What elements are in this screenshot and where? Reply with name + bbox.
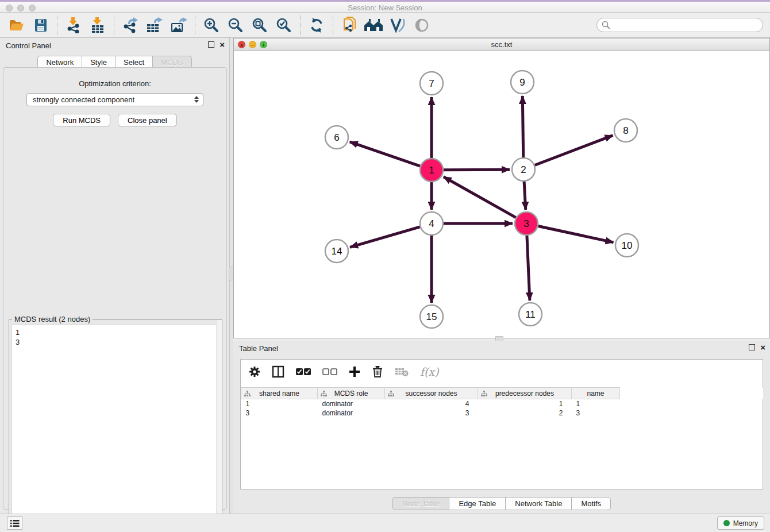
- network-canvas[interactable]: 1234678910111415: [234, 51, 769, 338]
- mcds-result-box: MCDS result (2 nodes) 1 3: [9, 319, 222, 532]
- list-icon: [10, 519, 20, 527]
- float-table-panel-icon[interactable]: [749, 344, 755, 350]
- status-bar: Memory: [0, 514, 770, 532]
- first-neighbors-icon[interactable]: [363, 15, 384, 36]
- edge-3-10[interactable]: [538, 226, 614, 242]
- delete-column-icon[interactable]: [372, 365, 383, 378]
- select-all-columns-icon[interactable]: [296, 368, 311, 376]
- table-cell[interactable]: dominator: [318, 408, 385, 418]
- float-panel-icon[interactable]: [208, 41, 214, 48]
- graph-node-1[interactable]: 1: [420, 159, 443, 182]
- graph-node-6[interactable]: 6: [325, 126, 348, 149]
- zoom-selected-icon[interactable]: [274, 15, 294, 36]
- column-header-MCDS-role[interactable]: MCDS role: [318, 388, 385, 399]
- memory-status-icon: [723, 520, 730, 526]
- close-panel-icon[interactable]: ×: [220, 41, 225, 48]
- create-column-icon[interactable]: [349, 366, 360, 377]
- export-table-icon[interactable]: [144, 15, 165, 36]
- toolbar-separator: [114, 16, 114, 35]
- run-mcds-button[interactable]: Run MCDS: [53, 114, 110, 126]
- zoom-in-icon[interactable]: [201, 15, 222, 36]
- graph-node-2[interactable]: 2: [512, 158, 535, 181]
- tab-edge-table[interactable]: Edge Table: [449, 497, 505, 510]
- table-cell[interactable]: 1: [241, 399, 318, 408]
- graph-node-11[interactable]: 11: [519, 303, 542, 326]
- edge-2-9[interactable]: [522, 96, 523, 157]
- refresh-layout-icon[interactable]: [306, 15, 327, 36]
- graph-node-4[interactable]: 4: [420, 212, 443, 235]
- new-network-from-selection-icon[interactable]: [339, 15, 360, 36]
- save-session-icon[interactable]: [30, 15, 51, 36]
- zoom-fit-icon[interactable]: [249, 15, 270, 36]
- edge-2-3[interactable]: [524, 182, 526, 210]
- show-columns-icon[interactable]: [272, 365, 284, 378]
- task-history-button[interactable]: [7, 516, 22, 530]
- graph-node-14[interactable]: 14: [325, 240, 348, 263]
- svg-text:9: 9: [519, 77, 525, 88]
- apply-style-icon[interactable]: [387, 15, 408, 36]
- close-panel-button[interactable]: Close panel: [118, 114, 177, 126]
- column-header-name[interactable]: name: [572, 388, 620, 399]
- table-cell[interactable]: 3: [572, 408, 620, 418]
- export-network-icon[interactable]: [120, 15, 141, 36]
- table-cell[interactable]: 1: [478, 399, 572, 408]
- table-panel-tabs: Node TableEdge TableNetwork TableMotifs: [233, 497, 770, 510]
- tab-node-table[interactable]: Node Table: [392, 497, 449, 510]
- toolbar-separator: [195, 16, 195, 35]
- table-settings-gear-icon[interactable]: [249, 366, 260, 377]
- network-window-title: scc.txt: [234, 40, 769, 49]
- edge-2-8[interactable]: [535, 136, 613, 165]
- table-row[interactable]: 1dominator411: [241, 399, 763, 408]
- table-row[interactable]: 3dominator323: [241, 408, 763, 418]
- edge-1-6[interactable]: [350, 142, 420, 166]
- zoom-out-icon[interactable]: [225, 15, 246, 36]
- node-table: shared nameMCDS rolesuccessor nodesprede…: [241, 387, 763, 418]
- table-cell[interactable]: 4: [385, 399, 478, 408]
- edge-3-11[interactable]: [527, 236, 530, 300]
- table-cell[interactable]: 3: [241, 408, 318, 418]
- import-network-icon[interactable]: [63, 15, 84, 36]
- graph-node-9[interactable]: 9: [511, 71, 534, 94]
- svg-text:7: 7: [429, 78, 434, 89]
- table-panel-title: Table Panel: [239, 344, 278, 353]
- apply-function-icon[interactable]: f(x): [420, 365, 439, 378]
- network-graph[interactable]: 1234678910111415: [234, 51, 769, 338]
- optimization-criterion-label: Optimization criterion:: [3, 79, 226, 88]
- export-image-icon[interactable]: [168, 15, 189, 36]
- tab-network-table[interactable]: Network Table: [505, 497, 571, 510]
- network-window-titlebar[interactable]: x − + scc.txt: [234, 38, 769, 51]
- main-toolbar: [0, 13, 770, 38]
- search-field[interactable]: [596, 18, 763, 32]
- result-scrollbar[interactable]: [216, 320, 222, 532]
- svg-text:4: 4: [429, 218, 434, 229]
- memory-button[interactable]: Memory: [717, 516, 764, 530]
- edge-1-2[interactable]: [444, 169, 510, 170]
- tab-motifs[interactable]: Motifs: [571, 497, 611, 510]
- show-hide-panel-icon[interactable]: [411, 15, 432, 36]
- delete-table-icon[interactable]: [395, 367, 409, 377]
- svg-text:14: 14: [332, 246, 342, 257]
- unselect-all-columns-icon[interactable]: [322, 368, 337, 376]
- svg-text:6: 6: [334, 132, 339, 143]
- graph-node-3[interactable]: 3: [515, 212, 538, 235]
- open-file-icon[interactable]: [6, 15, 27, 36]
- close-table-panel-icon[interactable]: ×: [760, 344, 765, 350]
- edge-4-14[interactable]: [350, 227, 420, 247]
- column-header-predecessor-nodes[interactable]: predecessor nodes: [478, 388, 572, 399]
- import-table-icon[interactable]: [87, 15, 108, 36]
- graph-node-7[interactable]: 7: [420, 72, 443, 95]
- graph-node-15[interactable]: 15: [420, 305, 443, 328]
- table-cell[interactable]: dominator: [318, 399, 385, 408]
- svg-text:10: 10: [622, 240, 633, 251]
- graph-node-8[interactable]: 8: [614, 119, 637, 142]
- edge-3-1[interactable]: [444, 177, 516, 218]
- search-input[interactable]: [613, 21, 758, 29]
- mcds-result-list[interactable]: 1 3: [11, 325, 220, 532]
- table-cell[interactable]: 3: [385, 408, 478, 418]
- column-header-successor-nodes[interactable]: successor nodes: [385, 388, 478, 399]
- table-cell[interactable]: 2: [478, 408, 572, 418]
- table-cell[interactable]: 1: [572, 399, 620, 408]
- criterion-dropdown[interactable]: strongly connected component: [26, 93, 203, 106]
- graph-node-10[interactable]: 10: [615, 234, 638, 257]
- column-header-shared-name[interactable]: shared name: [241, 388, 318, 399]
